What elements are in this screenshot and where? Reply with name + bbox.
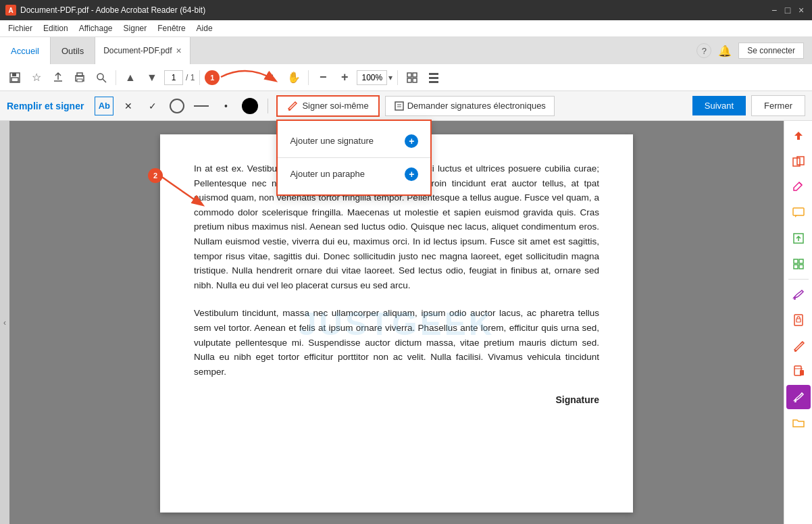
- menu-edition[interactable]: Edition: [38, 22, 74, 34]
- cursor-icon[interactable]: ↖: [263, 68, 282, 87]
- save-icon[interactable]: [5, 68, 24, 87]
- bookmark-icon[interactable]: ☆: [27, 68, 46, 87]
- prev-page-icon[interactable]: ▲: [121, 68, 140, 87]
- svg-rect-12: [413, 78, 417, 82]
- svg-rect-10: [413, 73, 417, 77]
- tab-close-button[interactable]: ×: [176, 45, 182, 56]
- step-badge-2: 2: [148, 168, 163, 183]
- sidebar-edit-icon[interactable]: [786, 175, 811, 199]
- add-paraphe-item[interactable]: Ajouter un paraphe +: [278, 161, 430, 188]
- fit-page-icon[interactable]: [403, 68, 422, 87]
- zoom-out-icon[interactable]: −: [313, 68, 332, 87]
- upload-icon[interactable]: [49, 68, 68, 87]
- sidebar-folder-icon[interactable]: [786, 411, 811, 435]
- page-number-input[interactable]: [164, 70, 183, 85]
- sign-myself-container: Signer soi-même Ajouter une signature + …: [276, 95, 379, 117]
- hand-icon[interactable]: ✋: [284, 68, 303, 87]
- svg-rect-27: [799, 265, 803, 269]
- sidebar-pen-icon[interactable]: [786, 334, 811, 358]
- sidebar-doc-icon[interactable]: [786, 359, 811, 384]
- fill-sign-bar: Remplir et signer Ab ✕ ✓ • Signer soi-mê…: [0, 91, 812, 121]
- left-sidebar-toggle[interactable]: ‹: [0, 121, 9, 524]
- svg-rect-15: [429, 81, 438, 83]
- tab-accueil[interactable]: Accueil: [0, 37, 51, 64]
- print-icon[interactable]: [70, 68, 89, 87]
- sign-pen-icon: [287, 101, 298, 111]
- dropdown-divider: [278, 157, 430, 158]
- zoom-input[interactable]: [357, 70, 387, 85]
- view-icon[interactable]: [424, 68, 443, 87]
- circle-tool[interactable]: [168, 97, 186, 115]
- toolbar-separator-3: [308, 70, 309, 85]
- dot-tool[interactable]: •: [216, 97, 235, 115]
- badge2-area: 2: [148, 168, 163, 183]
- fermer-button[interactable]: Fermer: [751, 95, 805, 116]
- sidebar-separator: [788, 279, 809, 280]
- svg-point-6: [97, 74, 103, 80]
- bell-icon[interactable]: 🔔: [718, 45, 732, 57]
- step-badge-1: 1: [205, 70, 220, 85]
- close-button[interactable]: ×: [796, 5, 807, 16]
- request-signatures-button[interactable]: Demander signatures électroniques: [385, 96, 555, 116]
- toolbar-separator-1: [116, 70, 116, 85]
- connect-button[interactable]: Se connecter: [738, 43, 804, 59]
- sign-myself-button[interactable]: Signer soi-même: [276, 95, 379, 117]
- menu-fichier[interactable]: Fichier: [3, 22, 38, 34]
- zoom-in-icon[interactable]: +: [335, 68, 354, 87]
- sidebar-combine-icon[interactable]: [786, 149, 811, 174]
- svg-rect-22: [793, 208, 804, 215]
- window-controls[interactable]: − □ ×: [769, 5, 807, 16]
- tab-bar: Accueil Outils Document-PDF.pdf × ? 🔔 Se…: [0, 37, 812, 64]
- tab-outils[interactable]: Outils: [51, 37, 95, 64]
- suivant-button[interactable]: Suivant: [692, 96, 746, 115]
- cross-tool[interactable]: ✕: [119, 97, 138, 115]
- app-icon: A: [5, 5, 16, 16]
- svg-rect-2: [11, 78, 18, 82]
- tab-bar-right: ? 🔔 Se connecter: [688, 37, 812, 64]
- window-title: Document-PDF.pdf - Adobe Acrobat Reader …: [20, 5, 765, 15]
- page-total: / 1: [186, 73, 195, 82]
- fill-sign-separator: [268, 99, 268, 113]
- right-sidebar: [784, 121, 812, 524]
- svg-rect-26: [794, 265, 798, 269]
- svg-rect-9: [407, 73, 411, 77]
- menu-aide[interactable]: Aide: [191, 22, 218, 34]
- text-tool[interactable]: Ab: [95, 97, 113, 115]
- add-signature-item[interactable]: Ajouter une signature +: [278, 128, 430, 155]
- svg-rect-4: [77, 73, 82, 76]
- request-sign-icon: [394, 101, 405, 111]
- svg-rect-32: [800, 370, 804, 375]
- sidebar-organize-icon[interactable]: [786, 252, 811, 276]
- zoom-control: ▾: [357, 70, 392, 85]
- maximize-button[interactable]: □: [782, 5, 793, 16]
- menu-affichage[interactable]: Affichage: [74, 22, 118, 34]
- sidebar-share-icon[interactable]: [786, 124, 811, 148]
- badge1-container: 1: [205, 70, 220, 85]
- svg-rect-29: [796, 319, 801, 322]
- svg-rect-14: [429, 77, 438, 79]
- svg-rect-16: [395, 102, 403, 110]
- check-tool[interactable]: ✓: [143, 97, 162, 115]
- menu-bar: Fichier Edition Affichage Signer Fenêtre…: [0, 20, 812, 37]
- zoom-dropdown-arrow[interactable]: ▾: [388, 73, 392, 82]
- minimize-button[interactable]: −: [769, 5, 780, 16]
- menu-signer[interactable]: Signer: [118, 22, 153, 34]
- search-icon[interactable]: [92, 68, 111, 87]
- sidebar-export-icon[interactable]: [786, 226, 811, 251]
- fill-tool[interactable]: [240, 97, 259, 115]
- svg-rect-13: [429, 73, 438, 75]
- help-icon[interactable]: ?: [696, 43, 711, 58]
- svg-line-30: [801, 342, 803, 344]
- pdf-paragraph-1: In at est ex. Vestibulum ante ipsum prim…: [194, 161, 599, 408]
- sidebar-sign-active-icon[interactable]: [786, 385, 811, 409]
- dash-tool[interactable]: [192, 97, 211, 115]
- tab-document[interactable]: Document-PDF.pdf ×: [95, 37, 191, 64]
- sidebar-protect-icon[interactable]: [786, 308, 811, 332]
- sidebar-comment-icon[interactable]: [786, 201, 811, 225]
- next-page-icon[interactable]: ▼: [143, 68, 161, 87]
- svg-rect-25: [799, 259, 803, 263]
- svg-rect-11: [407, 78, 411, 82]
- svg-line-7: [103, 79, 106, 82]
- sidebar-sign-icon[interactable]: [786, 282, 811, 307]
- menu-fenetre[interactable]: Fenêtre: [152, 22, 191, 34]
